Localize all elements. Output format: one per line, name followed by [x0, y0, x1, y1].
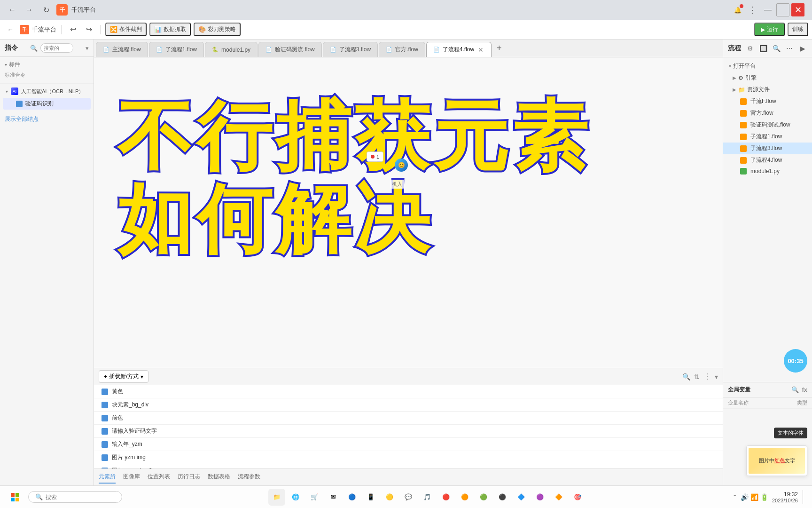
taskbar-app-9[interactable]: 🔷 — [513, 489, 530, 506]
rs-icon-1[interactable]: ⚙ — [745, 44, 755, 53]
table-row[interactable]: 输入年_yzm — [94, 438, 723, 451]
table-row[interactable]: 图片_yzm_img? — [94, 464, 723, 468]
table-row[interactable]: 黄色 — [94, 385, 723, 398]
canvas-node-1[interactable]: 1 — [367, 151, 383, 162]
tree-item-engine[interactable]: ▶ ⚙ 引擎 — [723, 72, 812, 84]
notif-bell[interactable]: 🔔 — [731, 3, 744, 16]
tab-module1[interactable]: 🐍 module1.py — [205, 42, 258, 57]
nav-back-button[interactable]: ← — [6, 3, 19, 16]
vars-search-icon[interactable]: 🔍 — [791, 386, 799, 393]
taskbar-app-1[interactable]: 🔵 — [344, 489, 360, 506]
taskbar-app-11[interactable]: 🔶 — [550, 489, 567, 506]
search-icon-bottom[interactable]: 🔍 — [682, 373, 690, 381]
nav-reload-button[interactable]: ↻ — [39, 3, 53, 16]
taskbar-app-6[interactable]: 🟠 — [456, 489, 473, 506]
tree-item-flow-1[interactable]: 官方.flow — [723, 107, 812, 119]
taskbar-left: 🔍 — [6, 488, 122, 507]
sidebar-search-input[interactable] — [40, 43, 73, 53]
collapse-icon[interactable]: ▾ — [715, 373, 718, 381]
tab-flow-icon-0: 📄 — [103, 47, 109, 53]
more-options-button[interactable]: ⋮ — [746, 3, 759, 16]
table-row[interactable]: 块元素_bg_div — [94, 398, 723, 412]
tree-item-resources[interactable]: ▶ 📁 资源文件 — [723, 84, 812, 95]
tree-item-flow-0[interactable]: 千流F.flow — [723, 95, 812, 107]
tree-item-flow-5[interactable]: 了流程4.flow — [723, 154, 812, 166]
sort-icon[interactable]: ⇅ — [694, 373, 700, 381]
bottom-tab-params[interactable]: 流程参数 — [238, 471, 260, 484]
bottom-tab-positions[interactable]: 位置列表 — [148, 471, 170, 484]
tab-add-button[interactable]: + — [492, 42, 506, 55]
maximize-button[interactable] — [776, 3, 789, 16]
tab-main-flow[interactable]: 📄 主流程.flow — [96, 42, 148, 57]
app-back-button[interactable]: ← — [4, 23, 17, 36]
tree-item-flow-3[interactable]: 子流程1.flow — [723, 131, 812, 143]
windows-start-button[interactable] — [6, 488, 24, 507]
table-row[interactable]: 前色 — [94, 412, 723, 425]
bottom-tab-images[interactable]: 图像库 — [123, 471, 140, 484]
taskbar-app-10[interactable]: 🟣 — [531, 489, 548, 506]
data-scrape-button[interactable]: 📊 数据抓取 — [149, 23, 191, 36]
taskbar-datetime[interactable]: 19:32 2023/10/26 — [772, 491, 798, 503]
tab-sub-flow1[interactable]: 📄 了流程1.flow — [149, 42, 204, 57]
user-avatar: 😊 — [395, 159, 408, 172]
bottom-tab-elements[interactable]: 元素所 — [99, 471, 116, 484]
svg-rect-1 — [16, 493, 19, 497]
taskbar-app-file-explorer[interactable]: 📁 — [268, 489, 285, 506]
condition-intercept-button[interactable]: 🔀 条件截判 — [105, 23, 147, 36]
tab-close-button[interactable]: ✕ — [477, 46, 484, 54]
train-button[interactable]: 训练 — [788, 23, 808, 36]
chevron-up-icon[interactable]: ▾ — [86, 45, 89, 52]
taskbar-app-12[interactable]: 🎯 — [569, 489, 586, 506]
taskbar-app-5[interactable]: 🔴 — [437, 489, 454, 506]
tree-item-flow-4-selected[interactable]: 子流程3.flow — [723, 143, 812, 154]
ai-sub-item-captcha[interactable]: 验证码识别 — [3, 98, 91, 110]
tags-header[interactable]: ▾ 标件 — [5, 60, 89, 70]
taskbar-app-3[interactable]: 💬 — [400, 489, 417, 506]
minimize-button[interactable]: — — [761, 3, 774, 16]
tab-sub-flow4-active[interactable]: 📄 了流程4.flow ✕ — [426, 42, 492, 57]
taskbar-app-edge[interactable]: 🌐 — [287, 489, 304, 506]
taskbar-search-input[interactable] — [46, 494, 102, 500]
show-all-link[interactable]: 展示全部结点 — [0, 112, 94, 126]
taskbar-sys-icon-2[interactable]: 📶 — [750, 493, 758, 501]
taskbar-show-desktop[interactable] — [803, 490, 806, 504]
tab-captcha-flow[interactable]: 📄 验证码测流.flow — [258, 42, 322, 57]
canvas-area[interactable]: 不行捕获元素 如何解决 1 😊 机入 — [94, 57, 723, 368]
node-red-dot — [371, 155, 375, 159]
tree-item-flow-2[interactable]: 验证码测试.flow — [723, 119, 812, 131]
bottom-tab-logs[interactable]: 历行日志 — [178, 471, 200, 484]
redo-button[interactable]: ↪ — [82, 23, 95, 36]
taskbar-app-chrome[interactable]: 🟡 — [381, 489, 398, 506]
taskbar-app-4[interactable]: 🎵 — [419, 489, 436, 506]
table-row[interactable]: 请输入验证码文字 — [94, 425, 723, 438]
rs-search-icon[interactable]: 🔍 — [772, 44, 781, 53]
rs-icon-2[interactable]: 🔲 — [758, 44, 768, 53]
taskbar-sys-icon-1[interactable]: 🔊 — [741, 493, 749, 501]
more-icon[interactable]: ⋮ — [703, 372, 711, 381]
taskbar-app-7[interactable]: 🟢 — [475, 489, 492, 506]
taskbar-app-8[interactable]: ⚫ — [494, 489, 511, 506]
close-button[interactable]: ✕ — [791, 3, 804, 16]
tree-item-module1[interactable]: module1.py — [723, 166, 812, 176]
tree-item-root[interactable]: ▾ 打开平台 — [723, 60, 812, 72]
rs-expand-icon[interactable]: ▶ — [798, 44, 807, 53]
run-button[interactable]: ▶ 运行 — [754, 23, 785, 36]
taskbar-sys-icon-3[interactable]: 🔋 — [760, 493, 768, 501]
taskbar-app-mail[interactable]: ✉ — [325, 489, 342, 506]
ai-section-item[interactable]: ▾ AI 人工智能AI（OCR，NLP） — [3, 86, 91, 97]
sidebar-header: 指令 🔍 ▾ — [0, 40, 94, 57]
vars-fx-icon[interactable]: fx — [802, 386, 807, 393]
taskbar-up-arrow[interactable]: ⌃ — [733, 494, 737, 500]
undo-button[interactable]: ↩ — [66, 23, 79, 36]
taskbar-app-2[interactable]: 📱 — [362, 489, 379, 506]
table-row[interactable]: 图片 yzm img — [94, 451, 723, 464]
insert-button[interactable]: + 插状新/方式 ▾ — [99, 370, 148, 383]
color-strategy-button[interactable]: 🎨 彩刀测策略 — [194, 23, 241, 36]
bottom-tab-datatables[interactable]: 数据表格 — [208, 471, 230, 484]
tab-sub-flow3[interactable]: 📄 了流程3.flow — [323, 42, 378, 57]
tab-official-flow[interactable]: 📄 官方.flow — [379, 42, 425, 57]
rs-more-icon[interactable]: ⋯ — [785, 44, 794, 53]
nav-forward-button[interactable]: → — [23, 3, 36, 16]
taskbar-app-store[interactable]: 🛒 — [306, 489, 323, 506]
taskbar-search-bar[interactable]: 🔍 — [28, 491, 122, 503]
